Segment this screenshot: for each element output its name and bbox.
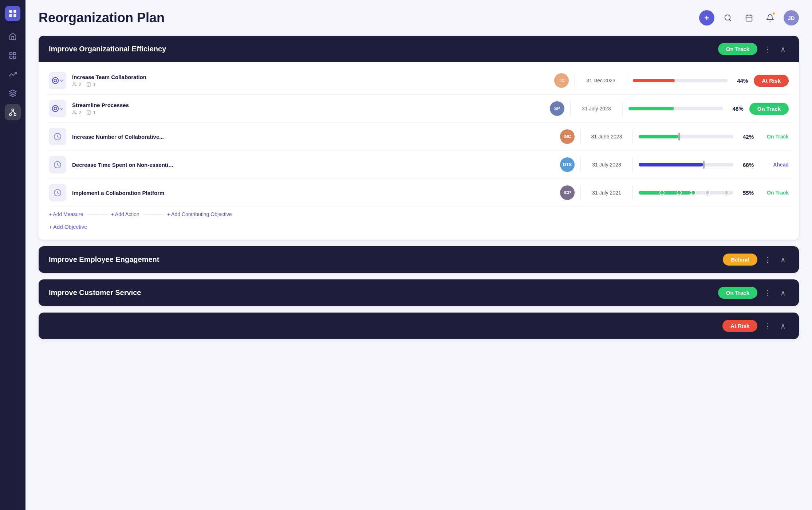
objective-name: Increase Number of Collaborative... [72,134,174,140]
plan-section-section-customer: Improve Customer Service On Track ⋮ ∧ [39,279,799,306]
section-more-button[interactable]: ⋮ [762,320,773,332]
objective-info: Increase Team Collaboration 2 1 [72,74,548,87]
objective-progress-pct: 48% [729,106,744,112]
sidebar-item-layers[interactable] [5,85,21,101]
section-more-button[interactable]: ⋮ [762,287,773,299]
progress-bar-fill [633,79,674,82]
objective-status-text: Ahead [760,162,789,168]
section-collapse-button[interactable]: ∧ [777,254,789,266]
section-body: Increase Team Collaboration 2 1 TC [39,62,799,240]
section-actions: ⋮ ∧ [762,320,789,332]
add-link[interactable]: + Add Contributing Objective [167,211,232,217]
search-button[interactable] [720,10,736,26]
progress-area [639,191,733,195]
objective-name: Streamline Processes [72,102,174,108]
svg-rect-31 [87,110,91,114]
divider [580,129,581,144]
section-actions: ⋮ ∧ [762,287,789,299]
sidebar-item-trend[interactable] [5,66,21,82]
section-title: Improve Employee Engagement [49,255,718,264]
obj-meta: 2 1 [72,82,548,87]
section-header: Improve Organizational Efficiency On Tra… [39,36,799,62]
objective-icon [49,156,66,173]
add-objective-row: + Add Objective [46,219,792,235]
objective-row: Decrease Time Spent on Non-essential... … [46,151,792,179]
plan-section-section-engagement: Improve Employee Engagement Behind ⋮ ∧ [39,246,799,273]
svg-rect-18 [746,15,752,21]
svg-point-23 [54,79,56,82]
milestone-bar [639,191,733,195]
divider [580,157,581,172]
section-header: Improve Employee Engagement Behind ⋮ ∧ [39,246,799,273]
svg-rect-3 [13,14,16,17]
app-logo[interactable] [5,6,20,21]
svg-line-13 [13,111,15,113]
sidebar-item-home[interactable] [5,28,21,44]
objective-name: Decrease Time Spent on Non-essential... [72,162,174,168]
add-button[interactable] [699,10,714,26]
objective-avatar: ICP [560,185,575,200]
objective-info: Increase Number of Collaborative... [72,134,554,140]
svg-marker-8 [9,90,16,93]
progress-area [639,135,733,138]
objective-info: Decrease Time Spent on Non-essential... [72,162,554,168]
obj-meta: 2 1 [72,110,544,115]
objective-name: Increase Team Collaboration [72,74,174,80]
objective-date: 31 July 2021 [587,190,627,196]
svg-line-12 [11,111,13,113]
section-more-button[interactable]: ⋮ [762,254,773,266]
add-link[interactable]: + Add Measure [49,211,83,217]
objective-progress-pct: 44% [733,78,748,84]
objective-date: 31 June 2023 [587,134,627,140]
svg-point-22 [52,78,59,84]
divider [622,101,623,116]
objective-avatar: SP [550,101,564,116]
calendar-button[interactable] [741,10,757,26]
objective-status-badge: On Track [749,103,789,115]
section-more-button[interactable]: ⋮ [762,43,773,55]
objective-info: Streamline Processes 2 1 [72,102,544,115]
progress-area [628,107,723,110]
objective-avatar: DTS [560,157,575,172]
progress-bar-track [633,79,728,82]
add-objective-link[interactable]: + Add Objective [49,224,87,230]
section-collapse-button[interactable]: ∧ [777,320,789,332]
section-actions: ⋮ ∧ [762,43,789,55]
svg-rect-6 [10,56,12,58]
divider [632,129,633,144]
add-link[interactable]: + Add Action [111,211,139,217]
objective-info: Implement a Collaboration Platform [72,190,554,196]
objective-progress-pct: 68% [739,162,754,168]
section-status-badge: On Track [718,287,757,299]
top-bar: Reorganization Plan [39,10,799,26]
top-actions: JD [699,10,799,26]
sections-container: Improve Organizational Efficiency On Tra… [39,36,799,339]
objective-icon [49,72,66,89]
plan-section-section-fourth: At Risk ⋮ ∧ [39,313,799,339]
user-avatar[interactable]: JD [784,10,799,26]
section-header: At Risk ⋮ ∧ [39,313,799,339]
svg-point-28 [52,106,59,112]
sidebar-item-charts[interactable] [5,47,21,63]
section-collapse-button[interactable]: ∧ [777,287,789,299]
notification-button[interactable] [762,10,778,26]
sidebar-item-network[interactable] [5,104,21,120]
section-collapse-button[interactable]: ∧ [777,43,789,55]
divider [570,101,571,116]
svg-point-29 [54,107,56,110]
svg-point-30 [73,110,75,112]
progress-area [633,79,728,82]
svg-rect-2 [9,14,12,17]
milestone-bar [639,163,733,166]
objective-row: Increase Team Collaboration 2 1 TC [46,67,792,95]
obj-users: 2 [72,82,81,87]
objective-avatar: INC [560,129,575,144]
progress-area [639,163,733,166]
objective-row: Increase Number of Collaborative... INC … [46,123,792,151]
divider [632,185,633,200]
section-title: Improve Customer Service [49,289,714,297]
svg-point-24 [73,82,75,84]
add-links: + Add Measure————+ Add Action————+ Add C… [46,207,792,219]
objective-name: Implement a Collaboration Platform [72,190,174,196]
obj-tasks: 1 [86,82,95,87]
